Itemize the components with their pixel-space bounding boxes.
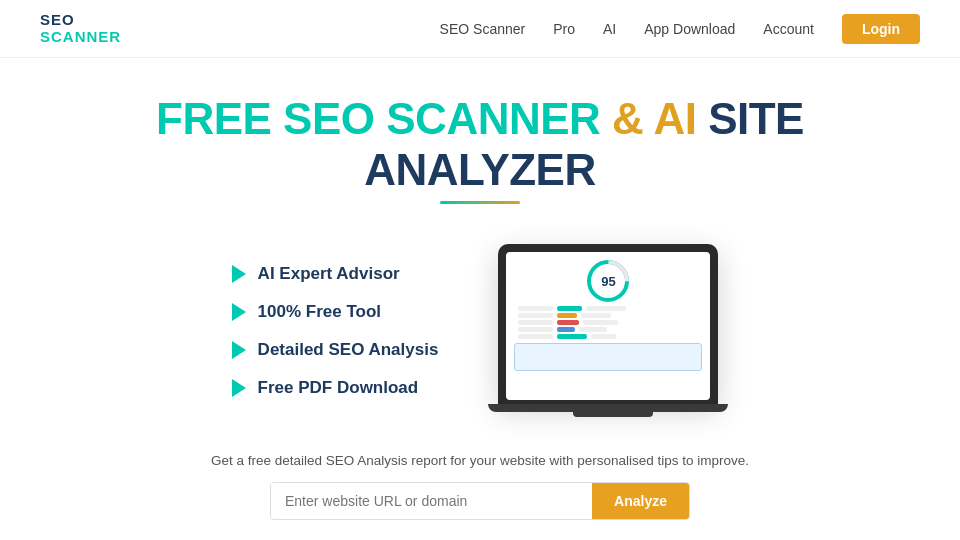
logo[interactable]: SEO SCANNER <box>40 12 121 45</box>
nav-app-download[interactable]: App Download <box>644 21 735 37</box>
arrow-icon-1 <box>232 265 246 283</box>
search-bar: Analyze <box>270 482 690 520</box>
hero-free: FREE <box>156 94 283 143</box>
stl-label-extra-1 <box>586 306 626 311</box>
feature-item-3: Detailed SEO Analysis <box>232 340 439 360</box>
search-description: Get a free detailed SEO Analysis report … <box>40 453 920 468</box>
nav-seo-scanner[interactable]: SEO Scanner <box>440 21 526 37</box>
score-circle: 95 <box>587 260 629 302</box>
stl-val-2 <box>557 313 577 318</box>
navbar: SEO SCANNER SEO Scanner Pro AI App Downl… <box>0 0 960 58</box>
laptop-mockup: 95 <box>498 244 728 417</box>
logo-scanner: SCANNER <box>40 29 121 46</box>
stl-val-5 <box>557 334 587 339</box>
laptop-body: 95 <box>498 244 718 404</box>
screen-content: 95 <box>506 252 710 379</box>
search-section: Get a free detailed SEO Analysis report … <box>0 437 960 540</box>
url-input[interactable] <box>271 483 592 519</box>
nav-ai[interactable]: AI <box>603 21 616 37</box>
stl-row-1 <box>518 306 698 311</box>
hero-site: SITE <box>708 94 804 143</box>
nav-pro[interactable]: Pro <box>553 21 575 37</box>
stl-label-5 <box>518 334 553 339</box>
feature-item-1: AI Expert Advisor <box>232 264 439 284</box>
hero-section: FREE SEO SCANNER & AI SITE ANALYZER <box>0 58 960 224</box>
stl-label-2 <box>518 313 553 318</box>
stl-label-4 <box>518 327 553 332</box>
laptop-stand <box>573 412 653 417</box>
stl-val-4 <box>557 327 575 332</box>
screen-info-box <box>514 343 702 371</box>
score-value: 95 <box>601 274 615 289</box>
stl-label-1 <box>518 306 553 311</box>
feature-label-2: 100% Free Tool <box>258 302 381 322</box>
laptop-base <box>488 404 728 412</box>
arrow-icon-2 <box>232 303 246 321</box>
analyze-button[interactable]: Analyze <box>592 483 689 519</box>
stl-label-extra-4 <box>579 327 607 332</box>
hero-ai: AI <box>653 94 708 143</box>
stl-row-2 <box>518 313 698 318</box>
title-underline <box>440 201 520 204</box>
stl-val-3 <box>557 320 579 325</box>
stl-label-extra-3 <box>583 320 618 325</box>
arrow-icon-4 <box>232 379 246 397</box>
stl-row-5 <box>518 334 698 339</box>
stl-row-4 <box>518 327 698 332</box>
hero-ampersand: & <box>612 94 653 143</box>
laptop-screen: 95 <box>506 252 710 400</box>
arrow-icon-3 <box>232 341 246 359</box>
stl-label-extra-5 <box>591 334 616 339</box>
features-list: AI Expert Advisor 100% Free Tool Detaile… <box>232 264 439 398</box>
logo-seo: SEO <box>40 12 121 29</box>
stl-row-3 <box>518 320 698 325</box>
login-button[interactable]: Login <box>842 14 920 44</box>
hero-analyzer: ANALYZER <box>364 145 596 194</box>
hero-title: FREE SEO SCANNER & AI SITE ANALYZER <box>40 94 920 195</box>
nav-account[interactable]: Account <box>763 21 814 37</box>
nav-links: SEO Scanner Pro AI App Download Account … <box>440 14 920 44</box>
feature-item-2: 100% Free Tool <box>232 302 439 322</box>
features-section: AI Expert Advisor 100% Free Tool Detaile… <box>0 224 960 437</box>
feature-item-4: Free PDF Download <box>232 378 439 398</box>
feature-label-1: AI Expert Advisor <box>258 264 400 284</box>
hero-seo: SEO SCANNER <box>283 94 612 143</box>
stl-label-3 <box>518 320 553 325</box>
screen-text-lines <box>514 306 702 339</box>
feature-label-4: Free PDF Download <box>258 378 419 398</box>
feature-label-3: Detailed SEO Analysis <box>258 340 439 360</box>
stl-label-extra-2 <box>581 313 611 318</box>
stl-val-1 <box>557 306 582 311</box>
